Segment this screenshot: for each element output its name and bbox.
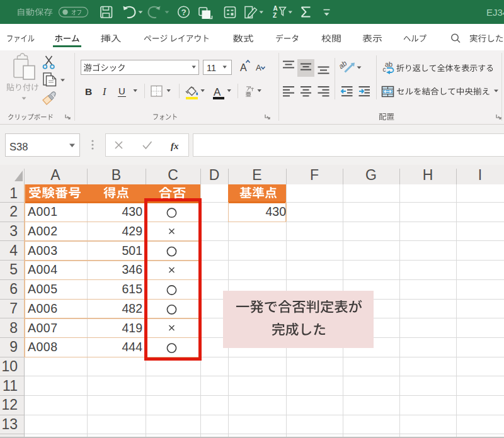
svg-text:I: I — [102, 86, 106, 97]
svg-text:A: A — [214, 86, 221, 98]
svg-text:ab: ab — [385, 60, 392, 68]
svg-text:430: 430 — [265, 205, 286, 218]
svg-text:2: 2 — [9, 203, 18, 220]
svg-text:G: G — [365, 167, 377, 183]
svg-text:7: 7 — [9, 300, 18, 317]
svg-text:4: 4 — [9, 242, 18, 259]
svg-text:429: 429 — [122, 224, 142, 238]
svg-text:H: H — [423, 167, 433, 183]
svg-text:11: 11 — [207, 63, 216, 73]
svg-text:9: 9 — [9, 339, 18, 355]
svg-text:615: 615 — [122, 282, 142, 296]
svg-text:A: A — [240, 62, 247, 73]
svg-text:8: 8 — [9, 320, 18, 336]
svg-text:A004: A004 — [28, 262, 58, 276]
svg-text:430: 430 — [122, 205, 142, 218]
svg-text:S38: S38 — [9, 141, 28, 152]
svg-text:c: c — [383, 66, 386, 73]
svg-text:U: U — [118, 86, 125, 96]
svg-text:A002: A002 — [28, 224, 58, 238]
svg-text:ab: ab — [337, 59, 348, 70]
svg-text:D: D — [209, 167, 220, 183]
svg-text:A: A — [256, 63, 261, 72]
svg-text:C: C — [168, 167, 178, 183]
svg-text:B: B — [112, 167, 121, 183]
svg-text:I: I — [478, 167, 482, 183]
svg-text:346: 346 — [122, 262, 142, 276]
svg-text:A008: A008 — [28, 340, 58, 354]
svg-text:12: 12 — [1, 396, 18, 413]
svg-text:Z: Z — [273, 12, 277, 19]
svg-text:A: A — [273, 5, 277, 12]
svg-text:E: E — [252, 167, 261, 183]
svg-text:11: 11 — [3, 378, 18, 394]
svg-text:6: 6 — [9, 281, 18, 297]
svg-text:A006: A006 — [28, 301, 58, 315]
svg-text:10: 10 — [1, 358, 18, 374]
svg-text:B: B — [85, 86, 92, 97]
svg-text:A003: A003 — [28, 244, 58, 257]
svg-text:444: 444 — [122, 340, 142, 354]
svg-text:13: 13 — [1, 416, 18, 432]
svg-text:482: 482 — [122, 301, 142, 315]
svg-text:EJ34: EJ34 — [486, 7, 504, 18]
svg-text:A001: A001 — [28, 205, 58, 218]
svg-text:501: 501 — [122, 244, 142, 257]
svg-text:3: 3 — [9, 223, 18, 239]
svg-text:5: 5 — [9, 261, 18, 278]
svg-text:?: ? — [181, 8, 186, 17]
svg-text:1: 1 — [9, 185, 18, 201]
svg-text:F: F — [310, 167, 319, 183]
svg-text:A007: A007 — [28, 321, 58, 335]
svg-text:A005: A005 — [28, 282, 58, 296]
svg-text:A: A — [50, 167, 60, 183]
svg-text:fx: fx — [171, 141, 179, 151]
svg-text:419: 419 — [122, 321, 142, 335]
